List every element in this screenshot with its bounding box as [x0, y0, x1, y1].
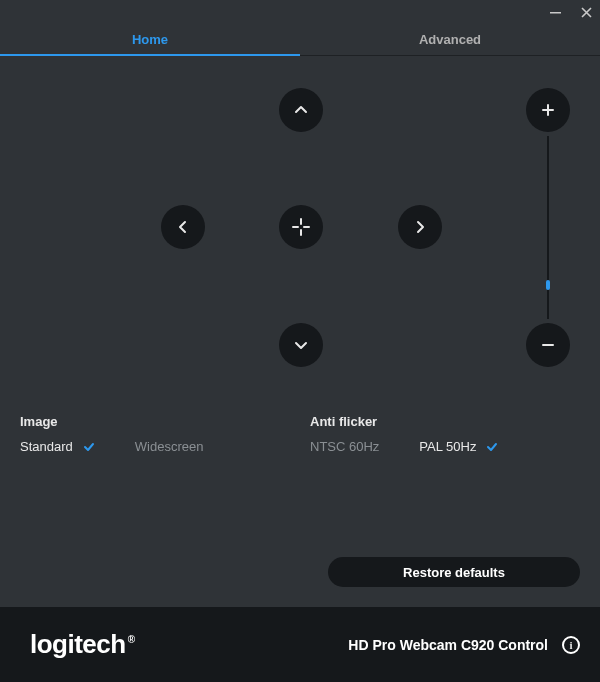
device-name: HD Pro Webcam C920 Control: [348, 637, 548, 653]
check-icon: [486, 441, 498, 453]
info-icon[interactable]: i: [562, 636, 580, 654]
check-icon: [83, 441, 95, 453]
image-setting-group: Image Standard Widescreen: [20, 414, 290, 454]
pan-tilt-zoom-area: [0, 56, 600, 396]
tab-home[interactable]: Home: [0, 24, 300, 55]
image-label: Image: [20, 414, 290, 429]
zoom-slider-track[interactable]: [547, 136, 549, 319]
option-label: PAL 50Hz: [419, 439, 476, 454]
zoom-out-button[interactable]: [526, 323, 570, 367]
antiflicker-option-ntsc[interactable]: NTSC 60Hz: [310, 439, 379, 454]
titlebar: [0, 0, 600, 24]
zoom-slider-thumb[interactable]: [546, 280, 550, 290]
brand-text: logitech: [30, 629, 126, 660]
tabs: Home Advanced: [0, 24, 600, 56]
svg-rect-0: [550, 12, 561, 14]
option-label: Widescreen: [135, 439, 204, 454]
tab-advanced[interactable]: Advanced: [300, 24, 600, 55]
antiflicker-setting-group: Anti flicker NTSC 60Hz PAL 50Hz: [310, 414, 580, 454]
image-option-widescreen[interactable]: Widescreen: [135, 439, 204, 454]
option-label: NTSC 60Hz: [310, 439, 379, 454]
pan-left-button[interactable]: [161, 205, 205, 249]
footer: logitech® HD Pro Webcam C920 Control i: [0, 607, 600, 682]
minimize-icon[interactable]: [550, 7, 561, 18]
pan-right-button[interactable]: [398, 205, 442, 249]
tilt-down-button[interactable]: [279, 323, 323, 367]
antiflicker-option-pal[interactable]: PAL 50Hz: [419, 439, 498, 454]
restore-wrap: Restore defaults: [328, 557, 580, 587]
image-option-standard[interactable]: Standard: [20, 439, 95, 454]
center-reset-button[interactable]: [279, 205, 323, 249]
tilt-up-button[interactable]: [279, 88, 323, 132]
zoom-control: [526, 56, 570, 396]
antiflicker-label: Anti flicker: [310, 414, 580, 429]
close-icon[interactable]: [581, 7, 592, 18]
restore-defaults-button[interactable]: Restore defaults: [328, 557, 580, 587]
zoom-in-button[interactable]: [526, 88, 570, 132]
brand-logo: logitech®: [30, 629, 135, 660]
settings-row: Image Standard Widescreen Anti flicker N…: [0, 396, 600, 454]
option-label: Standard: [20, 439, 73, 454]
